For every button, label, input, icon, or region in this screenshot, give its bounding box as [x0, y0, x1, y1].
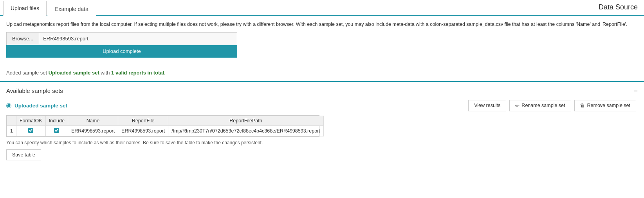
col-header-reportfilepath: ReportFilePath	[168, 116, 323, 125]
remove-label: Remove sample set	[587, 103, 630, 108]
include-checkbox[interactable]	[54, 128, 59, 133]
success-suffix: valid reports in total.	[114, 70, 165, 76]
cell-formatok	[16, 125, 45, 136]
cell-reportfilepath: /tmp/Rtmp230T7n/072d653e72cf88ec4b4c368e…	[168, 125, 323, 136]
description-section: Upload metagenomics report files from th…	[0, 16, 644, 64]
sample-sets-section: Available sample sets − Uploaded sample …	[0, 82, 644, 166]
sample-table-container: FormatOK Include Name ReportFile ReportF…	[6, 115, 319, 137]
view-results-button[interactable]: View results	[468, 100, 506, 111]
sample-set-radio-row: Uploaded sample set	[6, 103, 468, 109]
sample-sets-header: Available sample sets −	[6, 87, 638, 94]
success-set-name: Uploaded sample set	[49, 70, 99, 76]
table-row: 1 ERR4998593.report ERR4998593.report /t…	[7, 125, 324, 136]
rename-label: Rename sample set	[521, 103, 565, 108]
cell-index: 1	[7, 125, 16, 136]
col-header-name: Name	[68, 116, 118, 125]
cell-include	[45, 125, 68, 136]
success-middle: with	[99, 70, 111, 76]
sample-set-label: Uploaded sample set	[14, 103, 67, 109]
upload-progress-bar: Upload complete	[6, 45, 237, 58]
table-header-row: FormatOK Include Name ReportFile ReportF…	[7, 116, 324, 125]
description-text: Upload metagenomics report files from th…	[6, 21, 638, 28]
rename-button[interactable]: ✏ Rename sample set	[509, 100, 571, 111]
pencil-icon: ✏	[515, 103, 520, 109]
tab-example-data[interactable]: Example data	[47, 2, 96, 16]
col-header-reportfile: ReportFile	[118, 116, 168, 125]
browse-button[interactable]: Browse...	[7, 33, 39, 44]
col-header-include: Include	[45, 116, 68, 125]
tab-upload-files[interactable]: Upload files	[3, 1, 47, 16]
sample-table: FormatOK Include Name ReportFile ReportF…	[7, 116, 324, 136]
collapse-button[interactable]: −	[633, 87, 638, 94]
file-name-display: ERR4998593.report	[39, 33, 237, 45]
sample-sets-title: Available sample sets	[6, 87, 63, 94]
table-hint: You can specify which samples to include…	[6, 140, 638, 145]
datasource-label: Data Source	[599, 3, 638, 11]
cell-name: ERR4998593.report	[68, 125, 118, 136]
tabs-bar: Upload files Example data Data Source	[0, 0, 644, 16]
save-table-button[interactable]: Save table	[6, 149, 41, 160]
cell-reportfile: ERR4998593.report	[118, 125, 168, 136]
formatok-checkbox[interactable]	[28, 128, 33, 133]
action-buttons: View results ✏ Rename sample set 🗑 Remov…	[468, 100, 638, 111]
file-upload-area: Browse... ERR4998593.report Upload compl…	[6, 32, 237, 58]
trash-icon: 🗑	[580, 103, 585, 108]
success-section: Added sample set Uploaded sample set wit…	[0, 64, 644, 82]
col-header-formatok: FormatOK	[16, 116, 45, 125]
sample-set-select-row: Uploaded sample set View results ✏ Renam…	[6, 100, 638, 111]
success-prefix: Added sample set	[6, 70, 49, 76]
col-header-index	[7, 116, 16, 125]
remove-button[interactable]: 🗑 Remove sample set	[574, 100, 636, 111]
sample-set-radio[interactable]	[6, 103, 11, 108]
file-input-row: Browse... ERR4998593.report	[6, 32, 237, 45]
